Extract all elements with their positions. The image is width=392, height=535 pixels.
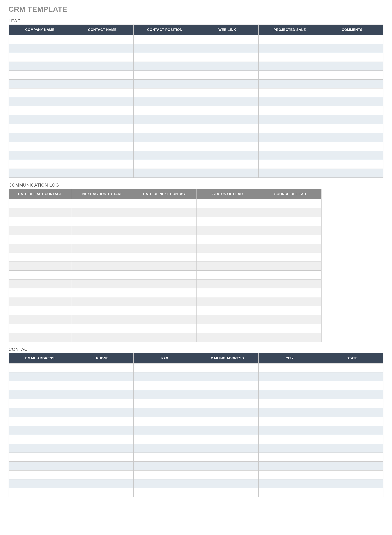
lead-cell-input[interactable] [321, 35, 383, 44]
lead-cell-input[interactable] [321, 88, 383, 97]
commlog-cell-input[interactable] [71, 235, 134, 244]
lead-cell-input[interactable] [196, 71, 258, 79]
lead-cell-input[interactable] [196, 62, 258, 70]
commlog-cell-input[interactable] [196, 297, 259, 306]
lead-cell-input[interactable] [196, 160, 258, 168]
lead-cell-input[interactable] [9, 79, 71, 88]
contact-cell-input[interactable] [134, 372, 196, 381]
lead-cell-input[interactable] [9, 88, 71, 97]
lead-cell-input[interactable] [134, 79, 196, 88]
contact-cell-input[interactable] [9, 462, 71, 470]
commlog-cell-input[interactable] [71, 253, 134, 261]
lead-cell-input[interactable] [71, 35, 133, 44]
commlog-cell-input[interactable] [9, 315, 71, 324]
commlog-cell-input[interactable] [196, 253, 259, 261]
contact-cell-input[interactable] [134, 470, 196, 479]
lead-cell-input[interactable] [71, 98, 133, 106]
lead-cell-input[interactable] [259, 62, 321, 70]
lead-cell-input[interactable] [321, 71, 383, 79]
commlog-cell-input[interactable] [134, 279, 196, 288]
commlog-cell-input[interactable] [259, 297, 321, 306]
contact-cell-input[interactable] [134, 444, 196, 452]
contact-cell-input[interactable] [9, 390, 71, 399]
lead-cell-input[interactable] [321, 151, 383, 160]
contact-cell-input[interactable] [134, 488, 196, 497]
commlog-cell-input[interactable] [259, 235, 321, 244]
contact-cell-input[interactable] [259, 488, 321, 497]
contact-cell-input[interactable] [9, 426, 71, 435]
commlog-cell-input[interactable] [134, 244, 196, 253]
lead-cell-input[interactable] [196, 169, 258, 177]
contact-cell-input[interactable] [196, 390, 258, 399]
commlog-cell-input[interactable] [196, 324, 259, 333]
commlog-cell-input[interactable] [134, 235, 196, 244]
contact-cell-input[interactable] [196, 444, 258, 452]
contact-cell-input[interactable] [71, 435, 133, 444]
contact-cell-input[interactable] [71, 470, 133, 479]
lead-cell-input[interactable] [134, 62, 196, 70]
lead-cell-input[interactable] [134, 71, 196, 79]
contact-cell-input[interactable] [196, 488, 258, 497]
lead-cell-input[interactable] [71, 106, 133, 115]
lead-cell-input[interactable] [134, 98, 196, 106]
contact-cell-input[interactable] [259, 453, 321, 461]
commlog-cell-input[interactable] [9, 288, 71, 297]
lead-cell-input[interactable] [321, 115, 383, 124]
commlog-cell-input[interactable] [9, 226, 71, 235]
lead-cell-input[interactable] [321, 79, 383, 88]
lead-cell-input[interactable] [71, 44, 133, 53]
contact-cell-input[interactable] [134, 381, 196, 390]
lead-cell-input[interactable] [9, 124, 71, 133]
commlog-cell-input[interactable] [71, 279, 134, 288]
contact-cell-input[interactable] [321, 408, 383, 417]
commlog-cell-input[interactable] [259, 324, 321, 333]
commlog-cell-input[interactable] [259, 271, 321, 279]
commlog-cell-input[interactable] [259, 333, 321, 342]
contact-cell-input[interactable] [321, 372, 383, 381]
lead-cell-input[interactable] [196, 115, 258, 124]
contact-cell-input[interactable] [259, 444, 321, 452]
lead-cell-input[interactable] [259, 169, 321, 177]
commlog-cell-input[interactable] [71, 315, 134, 324]
contact-cell-input[interactable] [321, 435, 383, 444]
lead-cell-input[interactable] [134, 151, 196, 160]
contact-cell-input[interactable] [9, 453, 71, 461]
lead-cell-input[interactable] [134, 88, 196, 97]
contact-cell-input[interactable] [321, 417, 383, 426]
contact-cell-input[interactable] [9, 435, 71, 444]
commlog-cell-input[interactable] [196, 271, 259, 279]
lead-cell-input[interactable] [321, 133, 383, 142]
contact-cell-input[interactable] [259, 390, 321, 399]
contact-cell-input[interactable] [71, 444, 133, 452]
lead-cell-input[interactable] [259, 79, 321, 88]
lead-cell-input[interactable] [9, 169, 71, 177]
contact-cell-input[interactable] [196, 435, 258, 444]
contact-cell-input[interactable] [71, 372, 133, 381]
lead-cell-input[interactable] [71, 160, 133, 168]
contact-cell-input[interactable] [134, 399, 196, 408]
contact-cell-input[interactable] [259, 417, 321, 426]
commlog-cell-input[interactable] [9, 306, 71, 315]
commlog-cell-input[interactable] [134, 324, 196, 333]
commlog-cell-input[interactable] [71, 262, 134, 270]
contact-cell-input[interactable] [134, 408, 196, 417]
commlog-cell-input[interactable] [134, 315, 196, 324]
lead-cell-input[interactable] [321, 106, 383, 115]
commlog-cell-input[interactable] [71, 208, 134, 217]
contact-cell-input[interactable] [259, 435, 321, 444]
commlog-cell-input[interactable] [134, 306, 196, 315]
lead-cell-input[interactable] [71, 71, 133, 79]
lead-cell-input[interactable] [134, 124, 196, 133]
contact-cell-input[interactable] [134, 426, 196, 435]
contact-cell-input[interactable] [71, 408, 133, 417]
commlog-cell-input[interactable] [259, 208, 321, 217]
commlog-cell-input[interactable] [71, 333, 134, 342]
contact-cell-input[interactable] [259, 462, 321, 470]
commlog-cell-input[interactable] [71, 217, 134, 226]
lead-cell-input[interactable] [134, 160, 196, 168]
contact-cell-input[interactable] [71, 390, 133, 399]
lead-cell-input[interactable] [71, 88, 133, 97]
contact-cell-input[interactable] [71, 417, 133, 426]
commlog-cell-input[interactable] [9, 199, 71, 208]
contact-cell-input[interactable] [259, 372, 321, 381]
